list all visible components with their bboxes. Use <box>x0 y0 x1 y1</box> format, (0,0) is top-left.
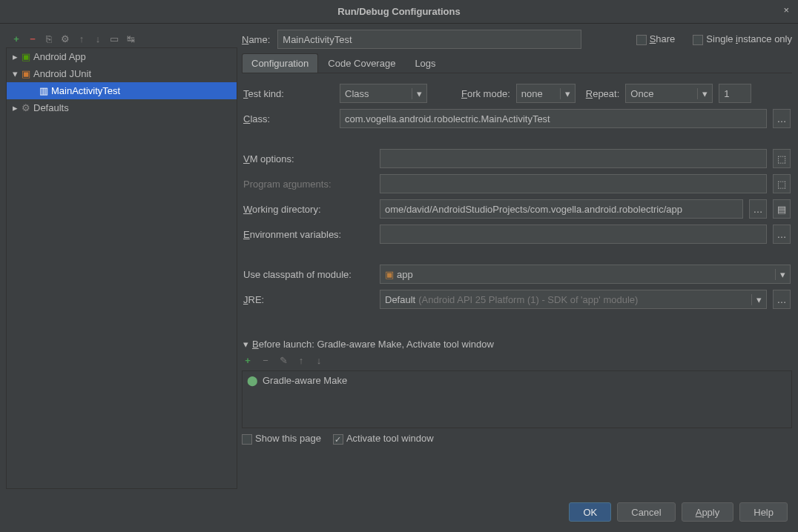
before-launch-list: ⬤ Gradle-aware Make <box>242 370 792 428</box>
copy-icon[interactable]: ⎘ <box>43 33 55 44</box>
vm-options-input[interactable] <box>380 149 767 168</box>
chevron-right-icon: ▸ <box>11 102 19 113</box>
collapse-icon[interactable]: ↹ <box>125 33 136 44</box>
test-kind-select[interactable]: Class ▾ <box>340 84 427 103</box>
tree-label: MainActivityTest <box>51 85 120 96</box>
classpath-label: Use classpath of module: <box>243 269 374 280</box>
name-row: Name: Share Single instance only <box>242 30 792 49</box>
module-icon: ▣ <box>385 269 394 280</box>
test-kind-label: Test kind: <box>243 88 334 99</box>
browse-class-button[interactable]: … <box>773 109 791 128</box>
browse-jre-button[interactable]: … <box>773 290 791 309</box>
run-icon: ▣ <box>22 51 30 62</box>
chevron-down-icon: ▾ <box>697 88 712 99</box>
repeat-select[interactable]: Once ▾ <box>625 84 713 103</box>
wrench-icon[interactable]: ⚙ <box>59 33 71 44</box>
before-launch-header[interactable]: ▾ Before launch: Gradle-aware Make, Acti… <box>242 339 792 350</box>
working-dir-input[interactable] <box>380 199 743 219</box>
program-args-input[interactable] <box>380 174 767 193</box>
up-icon[interactable]: ↑ <box>295 354 307 366</box>
tree-toolbar: + − ⎘ ⚙ ↑ ↓ ▭ ↹ <box>6 30 237 47</box>
right-panel: Name: Share Single instance only Configu… <box>242 30 792 489</box>
class-label: Class: <box>243 113 334 124</box>
browse-dir-button[interactable]: … <box>749 199 767 219</box>
dialog-footer: OK Cancel Apply Help <box>0 495 798 532</box>
test-icon: ▥ <box>39 85 48 96</box>
tree-item-defaults[interactable]: ▸ ⚙ Defaults <box>7 99 237 116</box>
down-icon[interactable]: ↓ <box>313 354 325 366</box>
tree-item-mainactivitytest[interactable]: ▥ MainActivityTest <box>7 82 237 99</box>
expand-args-button[interactable]: ⬚ <box>773 174 791 193</box>
tree-label: Defaults <box>33 102 69 113</box>
chevron-right-icon: ▸ <box>11 51 19 62</box>
config-tree: ▸ ▣ Android App ▾ ▣ Android JUnit ▥ Main… <box>6 47 237 489</box>
repeat-label: Repeat: <box>586 88 620 99</box>
repeat-count-input[interactable] <box>719 84 751 103</box>
fork-mode-label: Fork mode: <box>461 88 510 99</box>
name-label: Name: <box>242 34 270 45</box>
chevron-down-icon: ▾ <box>11 68 19 79</box>
left-panel: + − ⎘ ⚙ ↑ ↓ ▭ ↹ ▸ ▣ Android App ▾ ▣ Andr… <box>6 30 237 489</box>
before-launch-toolbar: + − ✎ ↑ ↓ <box>242 350 792 370</box>
jre-label: JRE: <box>243 294 374 305</box>
env-vars-input[interactable] <box>380 225 767 244</box>
ok-button[interactable]: OK <box>569 502 611 522</box>
close-icon[interactable]: × <box>783 4 789 16</box>
tabs: Configuration Code Coverage Logs <box>242 53 792 73</box>
vm-options-label: VM options: <box>243 153 374 164</box>
tab-code-coverage[interactable]: Code Coverage <box>318 53 405 73</box>
up-icon[interactable]: ↑ <box>76 33 88 44</box>
tree-label: Android App <box>33 51 86 62</box>
share-checkbox[interactable]: Share <box>636 33 676 45</box>
chevron-down-icon: ▾ <box>242 339 249 350</box>
apply-button[interactable]: Apply <box>682 502 734 522</box>
class-input[interactable] <box>340 109 767 128</box>
jre-select[interactable]: Default (Android API 25 Platform (1) - S… <box>380 290 767 309</box>
add-icon[interactable]: + <box>10 33 22 44</box>
tab-logs[interactable]: Logs <box>405 53 445 73</box>
show-page-checkbox[interactable]: Show this page <box>242 433 321 445</box>
chevron-down-icon: ▾ <box>560 88 575 99</box>
before-launch-section: ▾ Before launch: Gradle-aware Make, Acti… <box>242 339 792 449</box>
working-dir-label: Working directory: <box>243 204 374 215</box>
macro-dir-button[interactable]: ▤ <box>773 199 791 219</box>
tree-item-android-junit[interactable]: ▾ ▣ Android JUnit <box>7 65 237 82</box>
resize-handle[interactable] <box>239 237 243 267</box>
remove-icon[interactable]: − <box>27 33 39 44</box>
chevron-down-icon: ▾ <box>412 88 426 99</box>
program-args-label: Program arguments: <box>243 179 374 190</box>
activate-window-checkbox[interactable]: Activate tool window <box>333 433 434 445</box>
edit-icon[interactable]: ✎ <box>277 354 289 366</box>
folder-icon[interactable]: ▭ <box>108 33 120 44</box>
config-form: Test kind: Class ▾ Fork mode: none ▾ Rep… <box>242 78 792 312</box>
chevron-down-icon: ▾ <box>775 269 790 280</box>
expand-vm-button[interactable]: ⬚ <box>773 149 791 168</box>
single-instance-checkbox[interactable]: Single instance only <box>693 33 792 45</box>
gradle-icon: ⬤ <box>247 375 258 386</box>
down-icon[interactable]: ↓ <box>92 33 104 44</box>
edit-env-button[interactable]: … <box>773 225 791 244</box>
remove-icon[interactable]: − <box>260 354 271 366</box>
fork-mode-select[interactable]: none ▾ <box>516 84 576 103</box>
name-input[interactable] <box>277 30 581 49</box>
gear-icon: ⚙ <box>22 102 30 113</box>
env-vars-label: Environment variables: <box>243 229 374 240</box>
tab-configuration[interactable]: Configuration <box>242 53 318 73</box>
list-item[interactable]: ⬤ Gradle-aware Make <box>243 371 791 389</box>
tree-item-android-app[interactable]: ▸ ▣ Android App <box>7 48 237 65</box>
window-title: Run/Debug Configurations <box>337 6 460 17</box>
add-icon[interactable]: + <box>242 354 254 366</box>
cancel-button[interactable]: Cancel <box>617 502 675 522</box>
chevron-down-icon: ▾ <box>751 294 766 305</box>
help-button[interactable]: Help <box>739 502 788 522</box>
tree-label: Android JUnit <box>33 68 91 79</box>
classpath-select[interactable]: ▣app ▾ <box>380 265 791 284</box>
titlebar: Run/Debug Configurations × <box>0 0 798 24</box>
junit-icon: ▣ <box>22 68 30 79</box>
